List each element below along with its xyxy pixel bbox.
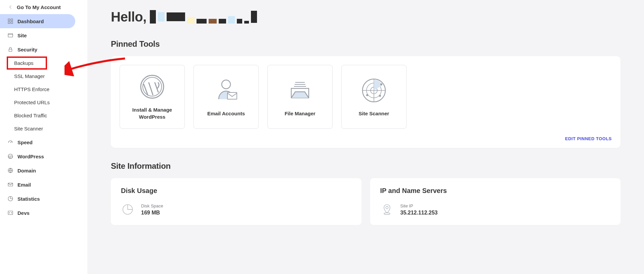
tool-label: Email Accounts (207, 110, 245, 117)
sidebar-item-label: Devs (17, 210, 30, 216)
pinned-tools-card: Install & Manage WordPress Email Account… (111, 56, 620, 148)
subnav-label: Protected URLs (14, 100, 50, 105)
svg-rect-1 (11, 19, 13, 21)
pinned-tools-title: Pinned Tools (111, 39, 620, 49)
svg-rect-8 (8, 183, 13, 186)
svg-rect-10 (8, 211, 13, 215)
svg-rect-5 (9, 49, 12, 51)
sidebar-item-label: Email (17, 182, 31, 188)
tool-card-site-scanner[interactable]: Site Scanner (341, 65, 406, 129)
main-content: Hello, Pinned Tools Install & Manage Wor… (87, 0, 644, 274)
tool-card-file-manager[interactable]: File Manager (267, 65, 333, 129)
redacted-name (150, 10, 257, 24)
subnav-label: Site Scanner (14, 126, 43, 131)
svg-rect-4 (8, 34, 13, 37)
sidebar-item-label: Statistics (17, 196, 40, 202)
svg-point-14 (222, 80, 230, 89)
security-subnav: Backups SSL Manager HTTPS Enforce Protec… (0, 56, 87, 135)
location-pin-icon (380, 203, 394, 216)
subnav-item-blocked-traffic[interactable]: Blocked Traffic (7, 109, 87, 122)
grid-icon (7, 18, 13, 24)
svg-point-20 (379, 95, 381, 97)
sidebar: Go To My Account Dashboard Site Security… (0, 0, 87, 274)
sidebar-item-label: Domain (17, 168, 36, 173)
svg-rect-0 (8, 19, 10, 21)
gauge-icon (7, 139, 13, 145)
wordpress-icon (7, 153, 13, 159)
hello-prefix: Hello, (111, 9, 146, 25)
svg-point-19 (380, 83, 382, 85)
email-account-icon (213, 77, 240, 104)
subnav-label: Backups (14, 60, 34, 66)
sidebar-item-wordpress[interactable]: WordPress (0, 149, 87, 163)
disk-usage-card: Disk Usage Disk Space 169 MB (111, 178, 361, 225)
tool-card-wordpress[interactable]: Install & Manage WordPress (120, 65, 185, 129)
window-icon (7, 32, 13, 38)
svg-point-23 (386, 206, 388, 209)
svg-rect-2 (8, 22, 10, 24)
wordpress-logo-icon (139, 73, 166, 100)
back-label: Go To My Account (17, 4, 61, 10)
svg-rect-15 (227, 92, 237, 99)
hello-heading: Hello, (111, 8, 620, 25)
subnav-item-protected-urls[interactable]: Protected URLs (7, 96, 87, 109)
sidebar-item-devs[interactable]: Devs (0, 206, 87, 220)
disk-pie-icon (121, 203, 134, 216)
tool-label: Install & Manage WordPress (123, 106, 181, 120)
back-arrow-icon (7, 4, 13, 10)
svg-rect-3 (11, 22, 13, 24)
site-ip-item: Site IP 35.212.112.253 (380, 203, 611, 216)
edit-pinned-tools-link[interactable]: EDIT PINNED TOOLS (120, 136, 612, 141)
sidebar-item-speed[interactable]: Speed (0, 135, 87, 149)
subnav-item-site-scanner[interactable]: Site Scanner (7, 122, 87, 135)
code-icon (7, 210, 13, 216)
subnav-label: Blocked Traffic (14, 113, 47, 118)
tool-label: Site Scanner (359, 110, 389, 117)
disk-space-item: Disk Space 169 MB (121, 203, 351, 216)
ip-name-servers-card: IP and Name Servers Site IP 35.212.112.2… (370, 178, 621, 225)
subnav-label: HTTPS Enforce (14, 86, 49, 92)
subnav-item-ssl-manager[interactable]: SSL Manager (7, 70, 87, 83)
pinned-tools-grid: Install & Manage WordPress Email Account… (120, 65, 612, 129)
ip-title: IP and Name Servers (380, 187, 611, 195)
globe-icon (7, 167, 13, 173)
sidebar-item-email[interactable]: Email (0, 178, 87, 192)
sidebar-item-label: Speed (17, 140, 33, 145)
disk-space-value: 169 MB (141, 210, 163, 216)
radar-icon (360, 77, 387, 104)
disk-space-label: Disk Space (141, 203, 163, 208)
subnav-label: SSL Manager (14, 73, 45, 79)
tool-card-email[interactable]: Email Accounts (194, 65, 259, 129)
sidebar-item-statistics[interactable]: Statistics (0, 192, 87, 206)
tool-label: File Manager (285, 110, 315, 117)
subnav-item-backups[interactable]: Backups (7, 56, 47, 70)
site-ip-label: Site IP (400, 203, 438, 208)
site-information-title: Site Information (111, 161, 620, 171)
go-to-my-account-link[interactable]: Go To My Account (0, 2, 87, 14)
site-ip-value: 35.212.112.253 (400, 210, 438, 216)
sidebar-item-label: WordPress (17, 154, 44, 159)
sidebar-item-label: Security (17, 47, 37, 52)
subnav-item-https-enforce[interactable]: HTTPS Enforce (7, 83, 87, 96)
site-info-row: Disk Usage Disk Space 169 MB IP and Name… (111, 178, 620, 225)
mail-icon (7, 182, 13, 188)
sidebar-item-domain[interactable]: Domain (0, 163, 87, 178)
disk-usage-title: Disk Usage (121, 187, 351, 195)
sidebar-item-label: Dashboard (17, 18, 44, 24)
sidebar-item-label: Site (17, 33, 27, 38)
file-manager-icon (287, 77, 313, 104)
sidebar-item-security[interactable]: Security (0, 42, 87, 56)
lock-icon (7, 46, 13, 52)
sidebar-item-site[interactable]: Site (0, 28, 87, 42)
sidebar-item-dashboard[interactable]: Dashboard (0, 14, 75, 28)
svg-point-21 (366, 94, 368, 96)
chart-pie-icon (7, 196, 13, 202)
